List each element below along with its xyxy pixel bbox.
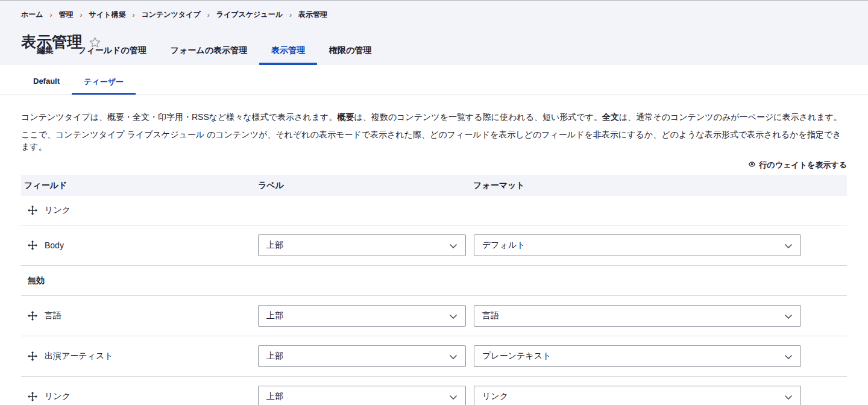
breadcrumb-current: 表示管理: [298, 10, 327, 20]
chevron-right-icon: ›: [289, 11, 292, 19]
chevron-down-icon: [784, 314, 793, 319]
breadcrumb-home[interactable]: ホーム: [21, 10, 43, 20]
chevron-down-icon: [449, 314, 458, 319]
primary-tabs: 編集 フィールドの管理 フォームの表示管理 表示管理 権限の管理: [25, 38, 383, 65]
chevron-down-icon: [449, 243, 458, 249]
drag-handle-icon[interactable]: [28, 311, 37, 321]
field-display-table: フィールド ラベル フォーマット リンク Body: [21, 175, 847, 405]
chevron-down-icon: [449, 395, 458, 400]
column-header-label: ラベル: [258, 180, 473, 191]
format-select[interactable]: 言語: [474, 305, 801, 327]
tab-teaser-view-mode[interactable]: ティーザー: [72, 71, 136, 95]
page-header: ホーム › 管理 › サイト構築 › コンテンツタイプ › ライブスケジュール …: [0, 0, 868, 65]
column-header-format: フォーマット: [473, 180, 847, 191]
chevron-down-icon: [784, 395, 793, 400]
drag-handle-icon[interactable]: [28, 206, 37, 215]
table-header-row: フィールド ラベル フォーマット: [21, 175, 847, 196]
chevron-down-icon: [784, 243, 793, 249]
tab-default-view-mode[interactable]: Default: [21, 71, 72, 95]
table-row: リンク: [21, 196, 847, 225]
field-name: リンク: [45, 391, 71, 402]
show-row-weights-label: 行のウェイトを表示する: [760, 160, 847, 171]
tab-manage-display[interactable]: 表示管理: [259, 38, 317, 65]
description-line-2: ここで、コンテンツタイプ ライブスケジュール のコンテンツが、それぞれの表示モー…: [21, 128, 847, 152]
label-select[interactable]: 上部: [258, 234, 466, 256]
drag-handle-icon[interactable]: [28, 240, 37, 250]
field-name: 出演アーティスト: [45, 351, 113, 362]
tab-manage-fields[interactable]: フィールドの管理: [66, 38, 159, 65]
view-mode-tabs: Default ティーザー: [0, 71, 868, 95]
field-name: リンク: [45, 205, 71, 216]
description-line-1: コンテンツタイプは、概要・全文・印字用・RSSなど様々な様式で表示されます。概要…: [21, 111, 847, 123]
chevron-down-icon: [449, 354, 458, 360]
format-select[interactable]: プレーンテキスト: [474, 345, 801, 367]
tab-edit[interactable]: 編集: [25, 38, 66, 65]
column-header-field: フィールド: [21, 180, 258, 191]
field-name: Body: [45, 240, 64, 250]
tab-manage-permissions[interactable]: 権限の管理: [317, 38, 383, 65]
chevron-right-icon: ›: [50, 11, 52, 19]
table-row: リンク 上部 リンク: [21, 377, 847, 405]
drag-handle-icon[interactable]: [28, 392, 37, 401]
chevron-right-icon: ›: [80, 11, 83, 19]
format-select[interactable]: リンク: [474, 386, 801, 405]
breadcrumb-content-types[interactable]: コンテンツタイプ: [141, 10, 200, 20]
drag-handle-icon[interactable]: [28, 351, 37, 361]
field-name: 言語: [45, 310, 61, 321]
breadcrumb-structure[interactable]: サイト構築: [89, 10, 126, 20]
breadcrumb-admin[interactable]: 管理: [59, 10, 74, 20]
disabled-section-label: 無効: [21, 275, 258, 286]
breadcrumb-live-schedule[interactable]: ライブスケジュール: [216, 10, 283, 20]
chevron-right-icon: ›: [207, 11, 210, 19]
label-select[interactable]: 上部: [258, 305, 466, 327]
disabled-section-row: 無効: [21, 266, 847, 296]
chevron-down-icon: [784, 354, 793, 360]
label-select[interactable]: 上部: [258, 386, 466, 405]
page-description: コンテンツタイプは、概要・全文・印字用・RSSなど様々な様式で表示されます。概要…: [0, 95, 868, 152]
table-row: 言語 上部 言語: [21, 296, 847, 336]
table-row: Body 上部 デフォルト: [21, 225, 847, 266]
label-select[interactable]: 上部: [258, 345, 466, 367]
breadcrumb: ホーム › 管理 › サイト構築 › コンテンツタイプ › ライブスケジュール …: [21, 10, 847, 20]
eye-icon: [748, 160, 756, 170]
table-row: 出演アーティスト 上部 プレーンテキスト: [21, 336, 847, 377]
format-select[interactable]: デフォルト: [474, 234, 801, 256]
chevron-right-icon: ›: [132, 11, 134, 19]
show-row-weights-link[interactable]: 行のウェイトを表示する: [0, 160, 868, 171]
tab-manage-form-display[interactable]: フォームの表示管理: [159, 38, 259, 65]
